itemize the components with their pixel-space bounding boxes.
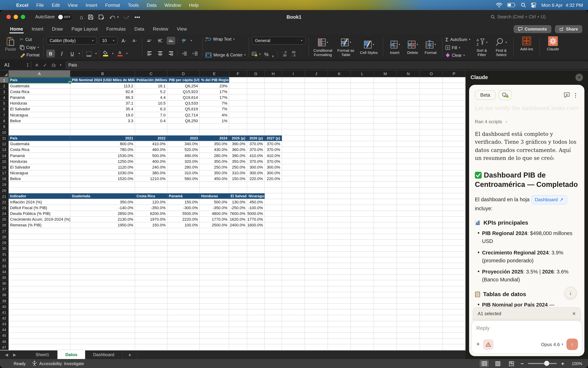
cell-M45[interactable] [374,333,397,339]
cell-B15[interactable]: 1250.0% [70,158,135,164]
zoom-out-button[interactable]: − [521,360,524,367]
cell-M21[interactable] [374,193,397,199]
cell-P41[interactable] [443,310,466,315]
cell-N10[interactable] [397,129,420,135]
cell-G41[interactable] [247,310,265,315]
cell-O2[interactable] [420,83,443,89]
cell-H10[interactable] [265,129,282,135]
cell-J16[interactable] [305,165,328,170]
reply-composer[interactable]: Reply + Opus 4.6▾ ↑ [471,321,582,354]
cell-A45[interactable] [9,333,70,339]
cell-K3[interactable] [328,89,351,95]
cell-G18[interactable]: 220.0% [247,176,265,182]
row-header-11[interactable]: 11 [0,135,9,141]
cell-P12[interactable] [443,141,466,147]
cell-styles-button[interactable]: ▾ Cell Styles [358,39,380,55]
row-header-12[interactable]: 12 [0,141,9,147]
cell-L24[interactable] [351,211,374,217]
cell-N12[interactable] [397,141,420,147]
cell-C18[interactable]: 1210.0% [135,176,167,182]
cell-P9[interactable] [443,124,466,129]
sheet-tab-sheet1[interactable]: Sheet1 [28,350,57,359]
cell-J10[interactable] [305,129,328,135]
insert-cells-button[interactable]: ▾ Insert [386,39,403,55]
spotlight-icon[interactable] [521,2,526,8]
cell-O9[interactable] [420,124,443,129]
cell-L13[interactable] [351,147,374,153]
cell-H38[interactable] [265,292,282,298]
cell-A44[interactable] [9,327,70,333]
cell-D37[interactable] [167,286,200,292]
battery-icon[interactable] [507,3,516,7]
cell-N47[interactable] [397,344,420,350]
menu-item-window[interactable]: Window [161,2,185,8]
cell-G1[interactable] [247,77,265,83]
cell-D29[interactable] [167,240,200,246]
row-header-16[interactable]: 16 [0,165,9,170]
cell-J2[interactable] [305,83,328,89]
cell-N40[interactable] [397,304,420,309]
cell-J11[interactable] [305,135,328,141]
cell-C3[interactable]: 5.2 [135,89,167,95]
cell-K2[interactable] [328,83,351,89]
cell-N18[interactable] [397,176,420,182]
cell-I40[interactable] [282,304,305,309]
cell-D25[interactable]: 2220.0% [167,217,200,222]
cell-K46[interactable] [328,339,351,344]
cell-J46[interactable] [305,339,328,344]
cell-M28[interactable] [374,234,397,240]
cell-F39[interactable] [229,298,247,304]
clear-button[interactable]: Clear▾ [445,53,470,57]
cell-L43[interactable] [351,321,374,327]
cell-D9[interactable] [167,124,200,129]
cell-L27[interactable] [351,228,374,234]
cell-L23[interactable] [351,205,374,211]
cell-M37[interactable] [374,286,397,292]
cell-H15[interactable]: 370.0% [265,158,282,164]
cell-P22[interactable] [443,199,466,205]
cell-D3[interactable]: Q15,923 [167,89,200,95]
cell-D46[interactable] [167,339,200,344]
cell-B45[interactable] [70,333,135,339]
cell-B11[interactable]: 2021 [70,135,135,141]
cell-B14[interactable]: 1530.0% [70,153,135,158]
cell-J22[interactable] [305,199,328,205]
cell-N22[interactable] [397,199,420,205]
cell-H30[interactable] [265,246,282,251]
menu-item-view[interactable]: View [64,2,82,8]
cell-E39[interactable] [200,298,229,304]
cell-L1[interactable] [351,77,374,83]
cell-C22[interactable]: 120.0% [135,199,167,205]
cell-B10[interactable] [70,129,135,135]
cell-A32[interactable] [9,257,70,263]
cell-G5[interactable] [247,101,265,106]
cell-E35[interactable] [200,275,229,280]
cell-H8[interactable] [265,118,282,124]
cell-I26[interactable] [282,222,305,228]
cell-C47[interactable] [135,344,167,350]
cell-G31[interactable] [247,251,265,257]
cell-C14[interactable]: 500.0% [135,153,167,158]
cell-P6[interactable] [443,106,466,112]
cell-M44[interactable] [374,327,397,333]
sheet-tab-next-icon[interactable]: ▶ [13,352,16,357]
cell-J7[interactable] [305,112,328,118]
font-color-button[interactable]: A [116,50,124,57]
cell-N17[interactable] [397,170,420,176]
autosum-button[interactable]: ΣAutoSum▾ [445,37,470,42]
cell-F26[interactable]: 2400.0% [229,222,247,228]
cell-H35[interactable] [265,275,282,280]
cell-P7[interactable] [443,112,466,118]
cancel-entry-icon[interactable]: ✕ [35,62,39,68]
cell-I29[interactable] [282,240,305,246]
cell-P17[interactable] [443,170,466,176]
cell-C12[interactable]: 410.0% [135,141,167,147]
cell-M41[interactable] [374,310,397,315]
cell-B20[interactable] [70,188,135,193]
attach-plus-icon[interactable]: + [476,341,480,348]
cell-D14[interactable]: 490.0% [167,153,200,158]
row-header-18[interactable]: 18 [0,176,9,182]
cell-O30[interactable] [420,246,443,251]
cell-J37[interactable] [305,286,328,292]
cell-J8[interactable] [305,118,328,124]
